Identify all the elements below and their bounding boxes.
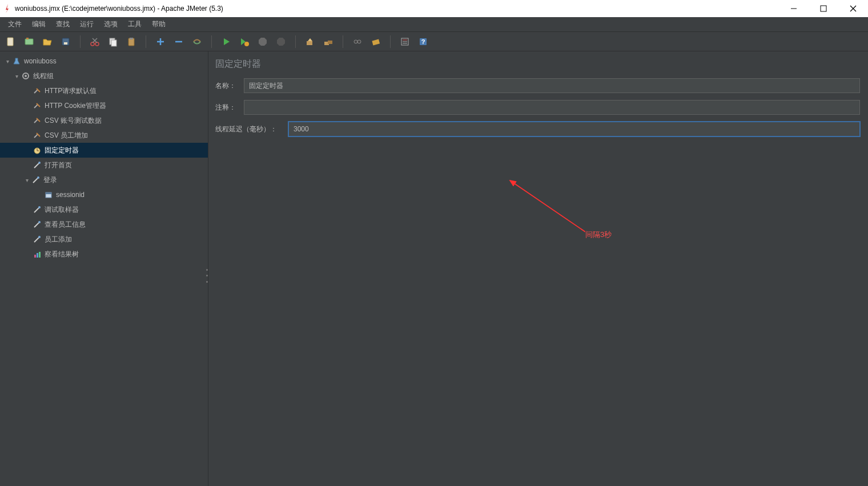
tree-item-view-employee[interactable]: 查看员工信息 [0, 217, 208, 232]
copy-icon[interactable] [107, 35, 119, 48]
chevron-down-icon[interactable]: ▾ [23, 177, 31, 183]
menu-search[interactable]: 查找 [51, 18, 74, 31]
chevron-down-icon[interactable]: ▾ [13, 73, 21, 79]
svg-line-59 [34, 223, 39, 227]
app-feather-icon [5, 4, 11, 13]
svg-marker-20 [224, 38, 230, 45]
tree-item-cookie-mgr[interactable]: HTTP Cookie管理器 [0, 98, 208, 113]
label-name: 名称： [215, 81, 244, 91]
tree-item-open-home[interactable]: 打开首页 [0, 158, 208, 172]
svg-line-61 [34, 238, 39, 242]
svg-text:?: ? [421, 38, 425, 45]
menu-run[interactable]: 运行 [75, 18, 98, 31]
panel-title: 固定定时器 [215, 58, 860, 70]
tree-item-results-tree[interactable]: 察看结果树 [0, 247, 208, 262]
save-icon[interactable] [59, 35, 72, 48]
row-name: 名称： [215, 78, 860, 93]
tree-item-http-defaults[interactable]: HTTP请求默认值 [0, 83, 208, 98]
input-comment[interactable] [244, 100, 860, 115]
svg-rect-27 [328, 41, 332, 44]
label-comment: 注释： [215, 103, 244, 113]
input-name[interactable] [244, 78, 860, 93]
svg-point-58 [38, 206, 41, 208]
start-no-timers-icon[interactable] [238, 35, 251, 48]
extractor-icon [43, 190, 54, 200]
tree-root[interactable]: ▾ woniuboss [0, 54, 208, 69]
close-button[interactable] [845, 3, 861, 14]
menu-tools[interactable]: 工具 [123, 18, 146, 31]
content-panel: 固定定时器 名称： 注释： 线程延迟（毫秒）： 间隔3秒 [208, 51, 868, 486]
window-title: woniuboss.jmx (E:\codejmeter\woniuboss.j… [15, 5, 786, 13]
tree-item-csv-employee[interactable]: CSV 员工增加 [0, 128, 208, 143]
menu-file[interactable]: 文件 [3, 18, 26, 31]
title-bar: woniuboss.jmx (E:\codejmeter\woniuboss.j… [0, 0, 868, 17]
tree-panel[interactable]: ▾ woniuboss ▾ 线程组 HTTP请求默认值 HTTP Cookie管… [0, 51, 208, 486]
config-icon [32, 101, 42, 111]
menu-options[interactable]: 选项 [99, 18, 122, 31]
shutdown-icon[interactable] [275, 35, 287, 48]
tree-label: 调试取样器 [45, 205, 79, 215]
properties-icon[interactable] [399, 35, 411, 48]
tree-item-sessionid[interactable]: sessionid [0, 187, 208, 202]
menu-help[interactable]: 帮助 [147, 18, 170, 31]
toolbar-separator [146, 35, 146, 48]
tree-label: HTTP请求默认值 [45, 86, 97, 96]
open-icon[interactable] [41, 35, 54, 48]
toggle-icon[interactable] [191, 35, 203, 48]
tree-item-debug-sampler[interactable]: 调试取样器 [0, 202, 208, 217]
svg-rect-14 [111, 40, 116, 46]
input-delay[interactable] [288, 122, 860, 136]
tree-item-constant-timer[interactable]: 固定定时器 [0, 143, 208, 158]
config-icon [32, 86, 42, 96]
label-delay: 线程延迟（毫秒）： [215, 124, 288, 134]
add-icon[interactable] [154, 35, 167, 48]
tree-thread-group[interactable]: ▾ 线程组 [0, 69, 208, 83]
help-icon[interactable]: ? [417, 35, 429, 48]
tree-label: 察看结果树 [45, 250, 79, 259]
annotation-arrow [500, 175, 597, 238]
chevron-down-icon[interactable]: ▾ [3, 58, 11, 65]
svg-rect-64 [37, 253, 38, 258]
tree-item-add-employee[interactable]: 员工添加 [0, 232, 208, 247]
svg-point-29 [357, 40, 361, 43]
clear-all-icon[interactable] [322, 35, 335, 48]
tree-item-csv-account[interactable]: CSV 账号测试数据 [0, 113, 208, 128]
minimize-button[interactable] [786, 3, 802, 14]
svg-line-46 [34, 134, 38, 138]
svg-line-44 [34, 119, 38, 123]
menu-edit[interactable]: 编辑 [27, 18, 50, 31]
tree-item-login[interactable]: ▾ 登录 [0, 172, 208, 187]
toolbar-separator [343, 35, 343, 48]
templates-icon[interactable] [23, 35, 35, 48]
svg-rect-31 [372, 39, 380, 45]
start-icon[interactable] [220, 35, 232, 48]
tree-label: HTTP Cookie管理器 [45, 101, 106, 111]
timer-icon [32, 145, 42, 155]
stop-icon[interactable] [256, 35, 269, 48]
annotation-text: 间隔3秒 [585, 230, 612, 240]
tree-label: 打开首页 [45, 160, 72, 170]
clear-icon[interactable] [304, 35, 316, 48]
search-icon[interactable] [351, 35, 364, 48]
svg-rect-1 [821, 6, 826, 11]
remove-icon[interactable] [172, 35, 185, 48]
tree-label: CSV 员工增加 [45, 131, 88, 140]
tree-label: 查看员工信息 [45, 220, 86, 230]
maximize-button[interactable] [815, 3, 831, 14]
svg-point-52 [38, 162, 41, 164]
new-file-icon[interactable] [5, 35, 17, 48]
tree-label: woniuboss [24, 57, 57, 65]
splitter-handle[interactable] [206, 269, 210, 283]
row-comment: 注释： [215, 100, 860, 115]
paste-icon[interactable] [125, 35, 138, 48]
svg-line-51 [34, 163, 39, 168]
sampler-icon [32, 204, 42, 215]
function-helper-icon[interactable] [369, 35, 382, 48]
cut-icon[interactable] [89, 35, 101, 48]
tree-label: 登录 [43, 175, 57, 185]
toolbar-separator [295, 35, 296, 48]
svg-rect-63 [34, 255, 36, 258]
listener-icon [32, 249, 42, 259]
svg-marker-24 [277, 38, 285, 46]
flask-icon [11, 56, 22, 66]
